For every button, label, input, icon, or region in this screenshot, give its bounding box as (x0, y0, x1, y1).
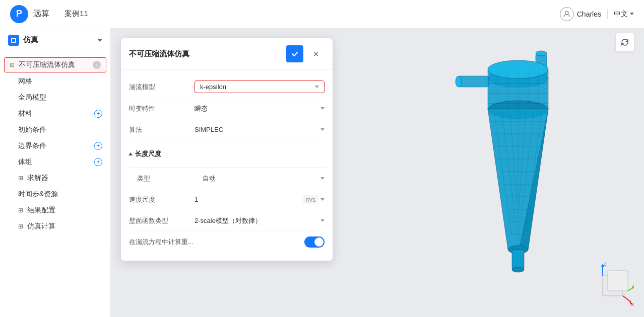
modal-header: 不可压缩流体仿真 × (121, 38, 333, 70)
add-body-icon[interactable]: + (94, 158, 102, 166)
sidebar-cube-icon (8, 35, 19, 46)
svg-line-47 (623, 291, 628, 296)
wall-func-value[interactable]: 2-scale模型（对数律） (195, 216, 325, 225)
svg-rect-2 (12, 39, 15, 42)
svg-line-45 (603, 271, 608, 276)
simulation-settings-modal: 不可压缩流体仿真 × 湍流模型 (121, 38, 333, 261)
sidebar-title: 仿真 (8, 35, 38, 46)
lang-label: 中文 (614, 10, 628, 19)
type-value[interactable]: 自动 (203, 174, 325, 183)
turbulence-model-label: 湍流模型 (129, 83, 195, 92)
sidebar-item-solver[interactable]: ⊞ 求解器 (0, 170, 110, 186)
sidebar-item-label: 求解器 (27, 174, 48, 183)
nav-right: Charles 中文 (560, 7, 634, 21)
sidebar-item-label: 结果配置 (27, 206, 55, 215)
toggle-knob (314, 237, 324, 247)
sidebar-item-result-config[interactable]: ⊞ 结果配置 (0, 202, 110, 218)
collapse-icon: ⊟ (10, 61, 15, 68)
algorithm-label: 算法 (129, 125, 195, 134)
sidebar-item-sim-compute[interactable]: ⊞ 仿真计算 (0, 218, 110, 234)
sidebar: 仿真 ⊟ 不可压缩流体仿真 i 网格 全局模型 材料 + 初始条件 (0, 28, 111, 317)
svg-text:Y: Y (633, 283, 634, 288)
svg-rect-14 (512, 250, 524, 270)
chevron-down-icon (320, 198, 325, 201)
sidebar-item-label: 体组 (18, 157, 32, 167)
sidebar-item-body-group[interactable]: 体组 + (0, 154, 110, 170)
sidebar-item-label: 仿真计算 (27, 222, 55, 231)
chevron-down-icon (320, 128, 325, 131)
nav-divider (607, 9, 608, 19)
section-arrow-icon (128, 152, 133, 155)
modal-body: 湍流模型 k-epsilon 时变特性 瞬态 (121, 70, 333, 261)
time-variability-label: 时变特性 (129, 104, 195, 113)
sidebar-item-mesh[interactable]: 网格 (0, 73, 110, 90)
time-variability-row: 时变特性 瞬态 (129, 98, 325, 119)
sidebar-item-label: 边界条件 (18, 141, 46, 150)
svg-line-51 (623, 296, 631, 302)
add-boundary-icon[interactable]: + (94, 142, 102, 150)
expand-icon: ⊞ (18, 223, 23, 230)
svg-point-5 (536, 51, 547, 56)
type-row: 类型 自动 (129, 168, 325, 189)
velocity-scale-row: 速度尺度 1 m/s (129, 189, 325, 210)
velocity-scale-label: 速度尺度 (129, 195, 195, 204)
svg-point-0 (565, 11, 568, 14)
calc-toggle-value (195, 236, 325, 248)
sidebar-item-time-step[interactable]: 时间步&资源 (0, 186, 110, 202)
modal-actions: × (286, 45, 325, 62)
calc-in-turbulence-row: 在湍流方程中计算重... (129, 231, 325, 253)
length-scale-section: 长度尺度 (129, 140, 325, 168)
sidebar-item-initial-conditions[interactable]: 初始条件 (0, 122, 110, 138)
close-button[interactable]: × (307, 45, 325, 62)
type-label: 类型 (137, 174, 203, 183)
sidebar-section-label: 仿真 (23, 35, 38, 45)
chevron-down-icon (630, 13, 634, 15)
toggle-switch[interactable] (304, 236, 325, 248)
wall-func-type-row: 壁面函数类型 2-scale模型（对数律） (129, 210, 325, 231)
expand-icon: ⊞ (18, 175, 23, 182)
time-variability-value[interactable]: 瞬态 (195, 104, 325, 113)
chevron-down-icon (315, 86, 319, 88)
user-area: Charles (560, 7, 601, 21)
app-logo: P (10, 5, 28, 23)
sidebar-item-label: 时间步&资源 (18, 190, 58, 199)
svg-point-15 (512, 267, 524, 272)
brand-name: 远算 (33, 9, 49, 19)
sidebar-item-incompressible[interactable]: ⊟ 不可压缩流体仿真 i (4, 57, 106, 72)
svg-rect-8 (458, 76, 489, 87)
svg-point-9 (456, 76, 462, 87)
sidebar-item-label: 网格 (18, 77, 32, 86)
sidebar-item-material[interactable]: 材料 + (0, 106, 110, 122)
algorithm-row: 算法 SIMPLEC (129, 119, 325, 140)
sidebar-header: 仿真 (0, 28, 110, 52)
info-icon: i (93, 61, 101, 69)
content-area: Z X Y 不可压缩流体仿真 (111, 28, 644, 317)
confirm-button[interactable] (286, 45, 303, 62)
sidebar-item-label: 不可压缩流体仿真 (19, 60, 75, 69)
svg-text:Z: Z (604, 262, 607, 267)
chevron-down-icon (320, 177, 325, 180)
user-avatar-icon (560, 7, 574, 21)
axes-widget: Z X Y (589, 262, 629, 302)
svg-line-54 (628, 288, 633, 291)
sidebar-item-global-model[interactable]: 全局模型 (0, 90, 110, 106)
chevron-down-icon (320, 219, 325, 222)
modal-title: 不可压缩流体仿真 (129, 49, 189, 59)
sidebar-item-boundary-conditions[interactable]: 边界条件 + (0, 138, 110, 154)
expand-icon: ⊞ (18, 207, 23, 214)
section-toggle[interactable]: 长度尺度 (129, 145, 161, 163)
turbulence-model-value[interactable]: k-epsilon (195, 81, 325, 93)
user-name: Charles (577, 10, 601, 18)
add-material-icon[interactable]: + (94, 110, 102, 118)
lang-selector[interactable]: 中文 (614, 10, 634, 19)
top-navigation: P 远算 案例11 Charles 中文 (0, 0, 644, 28)
sidebar-collapse-icon[interactable] (97, 39, 102, 42)
sidebar-items: ⊟ 不可压缩流体仿真 i 网格 全局模型 材料 + 初始条件 边界条件 + (0, 52, 110, 239)
sidebar-item-label: 材料 (18, 109, 32, 118)
logo-area: P 远算 案例11 (10, 5, 88, 23)
svg-text:X: X (631, 302, 634, 307)
calc-label: 在湍流方程中计算重... (129, 237, 195, 247)
algorithm-value[interactable]: SIMPLEC (195, 126, 325, 133)
sidebar-item-label: 初始条件 (18, 125, 46, 134)
case-title: 案例11 (65, 9, 88, 19)
